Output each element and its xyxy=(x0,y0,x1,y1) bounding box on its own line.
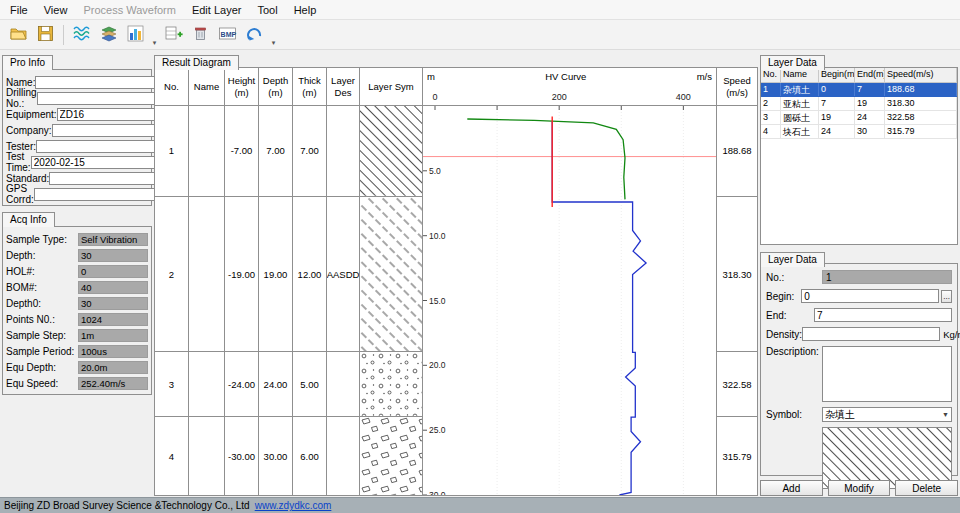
speed-value: 322.58 xyxy=(717,352,757,417)
x-tick-label: 400 xyxy=(673,92,693,102)
test-time-input[interactable] xyxy=(31,156,169,169)
menu-help[interactable]: Help xyxy=(286,1,325,19)
gps-corrd-input[interactable] xyxy=(34,188,172,201)
tab-layer-data[interactable]: Layer Data xyxy=(760,55,825,70)
add-button[interactable]: Add xyxy=(760,480,823,496)
toolbar-overflow-icon[interactable]: ▾ xyxy=(149,39,160,49)
layer-form: No.: 1 Begin: ... End: Density: Kg/m3 xyxy=(760,263,958,476)
app-window: FileViewProcess WaveformEdit LayerToolHe… xyxy=(0,0,960,513)
field-label: Sample Step: xyxy=(6,330,78,341)
layers-icon xyxy=(99,24,118,46)
chart-column: mHV Curvem/s02004005.010.015.020.025.030… xyxy=(423,68,717,495)
bom-value: 40 xyxy=(78,281,148,294)
delete-layer-button[interactable] xyxy=(188,22,213,47)
chevron-down-icon: ▼ xyxy=(942,411,949,418)
layer-table-cell: 3 xyxy=(761,111,781,124)
svg-text:20.0: 20.0 xyxy=(429,360,446,370)
toolbar-overflow-icon[interactable]: ▾ xyxy=(268,39,279,49)
layer-table-cell: 7 xyxy=(819,97,855,110)
tab-pro-info[interactable]: Pro Info xyxy=(2,55,53,70)
layers-button[interactable] xyxy=(96,22,121,47)
delete-button[interactable]: Delete xyxy=(895,480,958,496)
result-cell-name xyxy=(189,197,224,353)
field-label: Company: xyxy=(6,125,52,136)
begin-input[interactable] xyxy=(801,289,939,303)
layer-table-cell: 块石土 xyxy=(781,125,819,138)
save-button[interactable] xyxy=(33,22,58,47)
acq-field-row: BOM#:40 xyxy=(6,279,148,295)
layer-symbol-cell xyxy=(360,417,422,495)
result-col-name: Name xyxy=(189,68,225,495)
layer-symbol-cell xyxy=(360,106,422,197)
layer-table-cell: 188.68 xyxy=(885,83,957,96)
result-col-sym: Layer Sym xyxy=(360,68,423,495)
undo-button[interactable] xyxy=(242,22,267,47)
result-col-header: Name xyxy=(189,68,224,106)
waveform-button[interactable] xyxy=(69,22,94,47)
menu-file[interactable]: File xyxy=(2,1,36,19)
tab-acq-info[interactable]: Acq Info xyxy=(2,212,55,227)
result-cell-depth: 19.00 xyxy=(259,197,292,353)
layer-table-cell: 2 xyxy=(761,97,781,110)
layer-no-field: 1 xyxy=(822,270,952,284)
menu-edit-layer[interactable]: Edit Layer xyxy=(184,1,250,19)
density-input[interactable] xyxy=(802,327,940,341)
layer-table-cell: 亚粘土 xyxy=(781,97,819,110)
symbol-selected-value: 杂填土 xyxy=(825,408,855,422)
open-button[interactable] xyxy=(6,22,31,47)
add-layer-icon xyxy=(164,24,183,46)
density-unit: Kg/m3 xyxy=(940,329,960,340)
result-chart-button[interactable] xyxy=(123,22,148,47)
menu-tool[interactable]: Tool xyxy=(249,1,285,19)
result-cell-thick: 6.00 xyxy=(293,417,326,495)
export-bmp-button[interactable]: BMP xyxy=(215,22,240,47)
name-input[interactable] xyxy=(35,76,173,89)
field-label: Test Time: xyxy=(6,151,31,173)
center-panel: Result Diagram No.1234NameHeight (m)-7.0… xyxy=(154,52,758,496)
undo-icon xyxy=(245,24,264,46)
layer-table-row[interactable]: 3圆砾土1924322.58 xyxy=(761,111,957,125)
layer-table-cell: 24 xyxy=(819,125,855,138)
result-cell-height: -30.00 xyxy=(225,417,258,495)
result-cell-depth: 24.00 xyxy=(259,352,292,417)
layer-table-row[interactable]: 2亚粘土719318.30 xyxy=(761,97,957,111)
company-link[interactable]: www.zdydkc.com xyxy=(255,500,332,511)
acq-field-row: Depth:30 xyxy=(6,247,148,263)
field-label: Depth: xyxy=(6,250,78,261)
tab-result-diagram[interactable]: Result Diagram xyxy=(154,55,239,70)
modify-button[interactable]: Modify xyxy=(828,480,891,496)
layer-table-cell: 315.79 xyxy=(885,125,957,138)
symbol-select[interactable]: 杂填土 ▼ xyxy=(822,407,952,422)
menu-view[interactable]: View xyxy=(36,1,76,19)
menu-bar: FileViewProcess WaveformEdit LayerToolHe… xyxy=(0,0,960,20)
menu-process-waveform: Process Waveform xyxy=(75,1,184,19)
layer-table-row[interactable]: 1杂填土07188.68 xyxy=(761,83,957,97)
tab-layer-data-edit[interactable]: Layer Data xyxy=(760,252,825,267)
save-icon xyxy=(36,24,55,46)
layer-table-cell: 24 xyxy=(855,111,885,124)
layer-form-wrap: Layer Data No.: 1 Begin: ... End: Densit… xyxy=(760,249,958,496)
browse-button[interactable]: ... xyxy=(941,290,952,303)
result-cell-height: -24.00 xyxy=(225,352,258,417)
result-col-thick: Thick (m)7.0012.005.006.00 xyxy=(293,68,327,495)
result-cell-no: 4 xyxy=(155,417,188,495)
layer-table-col-header: No. xyxy=(761,68,781,82)
description-input[interactable] xyxy=(822,346,952,402)
chart-plot[interactable]: 5.010.015.020.025.030.0 xyxy=(423,106,716,495)
field-label: Points N0.: xyxy=(6,314,78,325)
acq-fields: Sample Type:Self VibrationDepth:30HOL#:0… xyxy=(6,231,148,391)
layer-table-col-header: Name xyxy=(781,68,819,82)
result-cell-des xyxy=(327,352,359,417)
sample-period-value: 100us xyxy=(78,345,148,358)
result-col-des: Layer DesAASDD xyxy=(327,68,360,495)
layer-table-row[interactable]: 4块石土2430315.79 xyxy=(761,125,957,139)
result-cell-name xyxy=(189,417,224,495)
field-label: HOL#: xyxy=(6,266,78,277)
svg-text:25.0: 25.0 xyxy=(429,425,446,435)
svg-text:BMP: BMP xyxy=(221,30,237,37)
add-layer-button[interactable] xyxy=(161,22,186,47)
end-input[interactable] xyxy=(814,308,952,322)
field-label: Tester: xyxy=(6,141,36,152)
layer-table: No.NameBegin(m)End(m)Speed(m/s)1杂填土07188… xyxy=(760,67,958,245)
result-cell-des: AASDD xyxy=(327,197,359,353)
